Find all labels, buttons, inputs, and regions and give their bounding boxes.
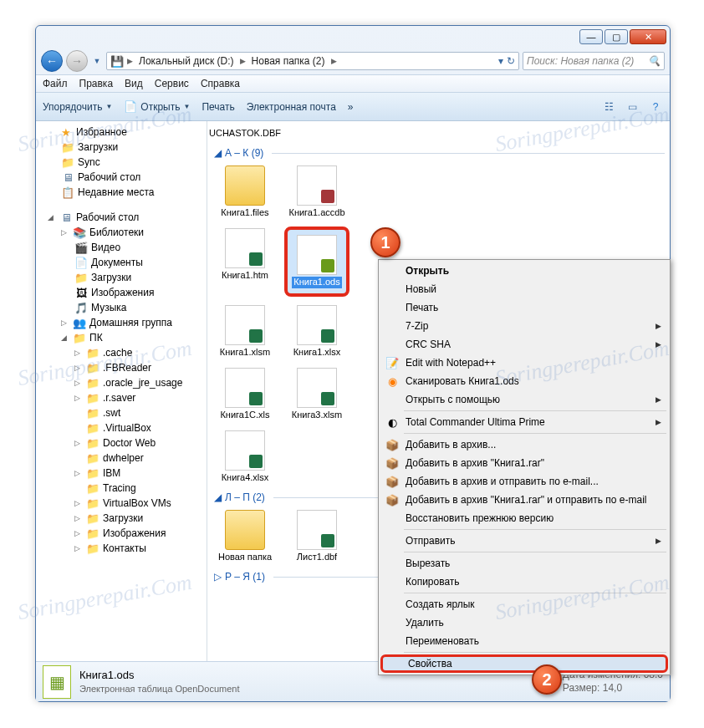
file-item[interactable]: Книга4.xlsx — [212, 429, 278, 485]
email-button[interactable]: Электронная почта — [247, 101, 336, 113]
group-header-ak[interactable]: ◢А – К (9) — [214, 147, 665, 159]
menu-service[interactable]: Сервис — [155, 78, 189, 89]
sidebar-item[interactable]: ▷📁Контакты — [36, 541, 207, 556]
winrar-icon: 📦 — [385, 438, 399, 451]
help-icon[interactable]: ? — [648, 99, 663, 115]
sidebar-item[interactable]: 📄Документы — [36, 255, 207, 270]
star-icon: ★ — [59, 125, 73, 139]
refresh-icon[interactable]: ↻ — [507, 55, 515, 67]
sidebar-item[interactable]: ▷📁VirtualBox VMs — [36, 496, 207, 511]
organize-button[interactable]: Упорядочить▼ — [43, 101, 112, 113]
view-mode-icon[interactable]: ☷ — [601, 99, 616, 115]
sidebar-item[interactable]: ▷📁.cache — [36, 345, 207, 360]
folder-icon — [225, 165, 265, 206]
more-button[interactable]: » — [348, 101, 354, 113]
totalcmd-icon: ◐ — [385, 415, 399, 429]
open-button[interactable]: 📄Открыть▼ — [124, 100, 190, 114]
ctx-open[interactable]: Открыть — [380, 262, 668, 280]
file-item[interactable]: Книга3.xlsm — [284, 366, 349, 422]
menu-help[interactable]: Справка — [201, 78, 240, 89]
submenu-arrow-icon: ▶ — [656, 537, 661, 545]
sidebar-favorites[interactable]: ★Избранное — [36, 125, 207, 140]
ctx-addrar[interactable]: 📦Добавить в архив "Книга1.rar" — [380, 454, 668, 472]
address-bar[interactable]: 💾 ▶ Локальный диск (D:) ▶ Новая папка (2… — [106, 52, 519, 70]
print-button[interactable]: Печать — [202, 101, 234, 113]
sidebar-item[interactable]: 🎬Видео — [36, 240, 207, 255]
ctx-addemail[interactable]: 📦Добавить в архив и отправить по e-mail.… — [380, 472, 668, 491]
file-item-selected[interactable]: Книга1.ods — [284, 227, 349, 296]
ctx-sendto[interactable]: Отправить▶ — [380, 532, 668, 550]
maximize-button[interactable]: ▢ — [605, 29, 628, 44]
file-item[interactable]: Лист1.dbf — [284, 508, 349, 564]
ctx-restore[interactable]: Восстановить прежнюю версию — [380, 509, 668, 527]
details-size-label: Размер: — [563, 682, 600, 694]
ctx-delete[interactable]: Удалить — [380, 613, 668, 632]
close-button[interactable]: ✕ — [630, 29, 666, 44]
sidebar[interactable]: ★Избранное 📁Загрузки 📁Sync 🖥Рабочий стол… — [36, 121, 207, 661]
file-item[interactable]: Книга1.htm — [212, 227, 278, 296]
sidebar-item[interactable]: 📁.swt — [36, 405, 207, 420]
sidebar-item[interactable]: 🖥Рабочий стол — [36, 170, 207, 185]
sidebar-item[interactable]: 📁Tracing — [36, 481, 207, 496]
file-item[interactable]: Новая папка — [212, 508, 278, 564]
sidebar-item[interactable]: 📁dwhelper — [36, 451, 207, 466]
sidebar-item[interactable]: ▷📁.FBReader — [36, 360, 207, 375]
sidebar-item[interactable]: ▷📁Загрузки — [36, 511, 207, 526]
ctx-new[interactable]: Новый — [380, 280, 668, 298]
ctx-print[interactable]: Печать — [380, 298, 668, 317]
file-item[interactable]: UCHASTOK.DBF — [212, 125, 278, 140]
sidebar-item[interactable]: 📁Загрузки — [36, 140, 207, 155]
ctx-totalcmd[interactable]: ◐Total Commander Ultima Prime▶ — [380, 413, 668, 431]
menu-file[interactable]: Файл — [43, 78, 68, 89]
file-item[interactable]: Книга1С.xls — [212, 366, 278, 422]
back-button[interactable]: ← — [41, 50, 63, 72]
search-box[interactable]: Поиск: Новая папка (2) 🔍 — [523, 52, 665, 70]
minimize-button[interactable]: — — [579, 29, 603, 44]
address-dropdown-icon[interactable]: ▾ — [498, 55, 503, 67]
sidebar-libraries[interactable]: ▷📚Библиотеки — [36, 225, 207, 240]
sidebar-item[interactable]: 📁.VirtualBox — [36, 420, 207, 435]
details-size: 14,0 — [603, 682, 622, 694]
sidebar-homegroup[interactable]: ▷👥Домашняя группа — [36, 315, 207, 330]
folder-icon: 📁 — [86, 466, 99, 480]
sidebar-item[interactable]: ▷📁Doctor Web — [36, 435, 207, 451]
sidebar-item[interactable]: 🖼Изображения — [36, 285, 207, 300]
crumb-drive[interactable]: Локальный диск (D:) — [136, 55, 237, 67]
preview-pane-icon[interactable]: ▭ — [625, 99, 640, 115]
annotation-badge-1: 1 — [370, 227, 400, 257]
sidebar-desktop[interactable]: ◢🖥Рабочий стол — [36, 210, 207, 225]
ctx-crcsha[interactable]: CRC SHA▶ — [380, 335, 668, 354]
file-item[interactable]: Книга1.accdb — [284, 164, 349, 220]
ctx-shortcut[interactable]: Создать ярлык — [380, 595, 668, 613]
file-item[interactable]: Книга1.xlsx — [284, 303, 349, 359]
ctx-properties[interactable]: Свойства — [380, 654, 668, 673]
sidebar-pc[interactable]: ◢📁ПК — [36, 330, 207, 345]
sidebar-item[interactable]: ▷📁IBM — [36, 466, 207, 481]
ctx-addraremail[interactable]: 📦Добавить в архив "Книга1.rar" и отправи… — [380, 491, 668, 509]
crumb-folder[interactable]: Новая папка (2) — [249, 55, 328, 67]
ctx-copy[interactable]: Копировать — [380, 573, 668, 591]
file-item[interactable]: Книга1.files — [212, 164, 278, 220]
sidebar-item[interactable]: ▷📁.oracle_jre_usage — [36, 375, 207, 390]
history-dropdown[interactable]: ▼ — [91, 53, 103, 69]
menu-view[interactable]: Вид — [125, 78, 143, 89]
sidebar-item[interactable]: ▷📁.r.saver — [36, 390, 207, 405]
ctx-notepadpp[interactable]: 📝Edit with Notepad++ — [380, 354, 668, 372]
folder-icon: 📁 — [86, 361, 99, 374]
ctx-openwith[interactable]: Открыть с помощью▶ — [380, 390, 668, 409]
sidebar-item[interactable]: 🎵Музыка — [36, 300, 207, 315]
forward-button[interactable]: → — [66, 50, 88, 72]
ods-icon — [297, 235, 337, 275]
ctx-7zip[interactable]: 7-Zip▶ — [380, 317, 668, 335]
ctx-scan[interactable]: ◉Сканировать Книга1.ods — [380, 372, 668, 390]
ctx-cut[interactable]: Вырезать — [380, 554, 668, 573]
file-item[interactable]: Книга1.xlsm — [212, 303, 278, 359]
sidebar-item[interactable]: ▷📁Изображения — [36, 526, 207, 541]
details-type: Электронная таблица OpenDocument — [79, 683, 240, 695]
sidebar-item[interactable]: 📁Загрузки — [36, 270, 207, 285]
ctx-rename[interactable]: Переименовать — [380, 632, 668, 650]
sidebar-item[interactable]: 📁Sync — [36, 155, 207, 170]
sidebar-item[interactable]: 📋Недавние места — [36, 185, 207, 200]
menu-edit[interactable]: Правка — [79, 78, 114, 89]
ctx-addarchive[interactable]: 📦Добавить в архив... — [380, 435, 668, 454]
